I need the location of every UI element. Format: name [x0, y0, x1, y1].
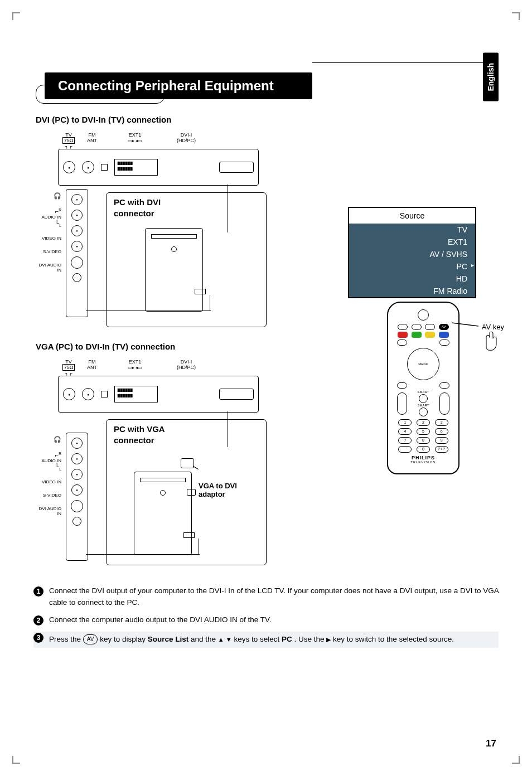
pc-box-1-label: PC with DVI connector	[114, 197, 197, 219]
smart-label-2: SMART	[418, 404, 429, 407]
tv-side-panel	[66, 189, 88, 317]
num-9: 9	[435, 437, 448, 444]
section1-title: DVI (PC) to DVI-In (TV) connection	[36, 115, 499, 124]
misc-port-icon-2	[101, 391, 108, 397]
right-column: Source TV EXT1 AV / SVHS PC HD FM Radio	[268, 129, 499, 334]
num-pp: P+P	[435, 446, 448, 453]
remote-rockers: SMART SMART	[397, 390, 449, 417]
hand-pointer-icon	[483, 329, 500, 352]
vga-dvi-adaptor-icon	[181, 458, 194, 468]
pc-drive-icon	[151, 234, 197, 239]
spacer	[268, 356, 499, 572]
osd-body: TV EXT1 AV / SVHS PC HD FM Radio	[349, 224, 475, 297]
audio-cable-line-2v	[199, 539, 199, 554]
page-number: 17	[486, 738, 496, 749]
tv-label: TV 75Ω ┐┌	[59, 132, 78, 149]
remote-btn-3	[425, 324, 435, 330]
audio-r-label: ⌐RAUDIO IN└L	[35, 208, 61, 227]
audio-cable-line	[86, 311, 211, 311]
s3e: . Use the	[294, 635, 326, 643]
smart-label: SMART	[418, 390, 429, 394]
diagram2-body: 🎧 ⌐RAUDIO IN└L VIDEO IN S-VIDEO DVI AUDI…	[33, 416, 268, 572]
tv-port-labels-2: TV 75Ω ┐┌ FM ANT EXT1 ▭▸ ◂▭ DVI-I (HD/PC…	[59, 359, 268, 376]
step-3-text: Press the AV key to display Source List …	[49, 635, 454, 643]
s3a: Press the	[49, 635, 83, 643]
right-arrow-icon: ▶	[326, 636, 331, 643]
step-1-text: Connect the DVI output of your computer …	[49, 586, 499, 607]
pc-drive-icon-2	[140, 478, 186, 482]
s3c: and the	[191, 635, 218, 643]
title-row: Connecting Peripheral Equipment	[33, 50, 499, 77]
fm-port-icon	[82, 161, 94, 173]
coax-port-icon	[63, 161, 75, 173]
power-button-icon	[418, 309, 429, 321]
step-number-2: 2	[33, 615, 43, 625]
tv-side-panel-2	[66, 433, 88, 561]
num-1: 1	[398, 419, 412, 426]
remote-btn-mr	[439, 382, 449, 389]
crop-mark	[12, 12, 20, 20]
fm-port-icon-2	[82, 388, 94, 400]
green-button	[412, 332, 422, 338]
audio-cable-line-v	[210, 295, 210, 311]
av-key-inline-icon: AV	[83, 634, 98, 644]
side-labels-2: 🎧 ⌐RAUDIO IN└L VIDEO IN S-VIDEO DVI AUDI…	[35, 433, 61, 516]
source-osd: Source TV EXT1 AV / SVHS PC HD FM Radio	[348, 207, 476, 298]
pc-audio-out-icon-2	[183, 532, 195, 538]
tv-back-panel	[58, 149, 259, 186]
remote-btn-1	[398, 324, 408, 330]
svideo-label-2: S-VIDEO	[35, 493, 61, 498]
dvi-audio-label-2: DVI AUDIO IN	[35, 506, 61, 516]
adaptor-label: VGA to DVI adaptor	[199, 482, 254, 498]
pc-power-icon	[171, 246, 177, 252]
av-button: AV	[439, 324, 449, 330]
audio-cable-line-2	[86, 554, 200, 555]
dvii-sub: (HD/PC)	[177, 138, 196, 143]
dvi-port-icon	[219, 162, 254, 173]
audio-r-label-2: ⌐RAUDIO IN└L	[35, 452, 61, 471]
s3b: key to display	[100, 635, 148, 643]
dvi-port-icon-2	[219, 389, 254, 400]
svideo-label: S-VIDEO	[35, 249, 61, 254]
remote-mid-row	[396, 340, 451, 346]
osd-item-tv: TV	[349, 224, 475, 236]
side-labels: 🎧 ⌐RAUDIO IN└L VIDEO IN S-VIDEO DVI AUDI…	[35, 189, 61, 273]
pc-vga-out-icon	[187, 489, 196, 496]
pc-tower-icon	[145, 228, 203, 312]
diagram-1: TV 75Ω ┐┌ FM ANT EXT1 ▭▸ ◂▭ DVI-I (HD/PC…	[33, 129, 268, 334]
step-1: 1 Connect the DVI output of your compute…	[33, 585, 499, 609]
smart-btn-icon-2	[419, 408, 428, 416]
num-4: 4	[398, 428, 412, 435]
num-0: 0	[417, 446, 430, 453]
antenna-icon-2: ┐┌	[65, 370, 72, 376]
dvii-label-2: DVI-I (HD/PC)	[170, 359, 203, 376]
remote-btn-ml	[397, 382, 407, 389]
scart-port-icon	[114, 159, 158, 176]
ext1-text-2: EXT1	[129, 359, 142, 365]
osd-item-hd: HD	[349, 273, 475, 285]
num-6: 6	[435, 428, 448, 435]
crop-mark	[512, 12, 520, 20]
video-in-label-2: VIDEO IN	[35, 479, 61, 484]
step-number-3: 3	[33, 633, 43, 643]
callout-line	[452, 317, 485, 328]
audio-r-jack-icon	[71, 210, 83, 221]
pc-bold: PC	[282, 635, 292, 643]
headphone-jack-icon	[71, 194, 83, 205]
osd-item-avsvhs: AV / SVHS	[349, 248, 475, 260]
audio-r-jack-icon-2	[71, 453, 83, 464]
dvi-audio-jack-icon	[72, 273, 81, 282]
remote-subbrand: TELEVISION	[393, 460, 454, 464]
dvi-audio-label: DVI AUDIO IN	[35, 263, 61, 273]
pc-tower-icon-2	[134, 472, 192, 555]
scart-icon: ▭▸ ◂▭	[128, 138, 142, 143]
dvii-text-2: DVI-I	[181, 359, 192, 365]
diagram1-body: 🎧 ⌐RAUDIO IN└L VIDEO IN S-VIDEO DVI AUDI…	[33, 189, 268, 334]
blue-button	[439, 332, 449, 338]
crop-mark	[12, 756, 20, 764]
pc-box-2-label: PC with VGA connector	[114, 424, 181, 445]
remote-mid2-row	[396, 382, 451, 389]
content-row-1: TV 75Ω ┐┌ FM ANT EXT1 ▭▸ ◂▭ DVI-I (HD/PC…	[33, 129, 499, 334]
svideo-jack-icon	[71, 256, 83, 269]
red-button	[398, 332, 408, 338]
